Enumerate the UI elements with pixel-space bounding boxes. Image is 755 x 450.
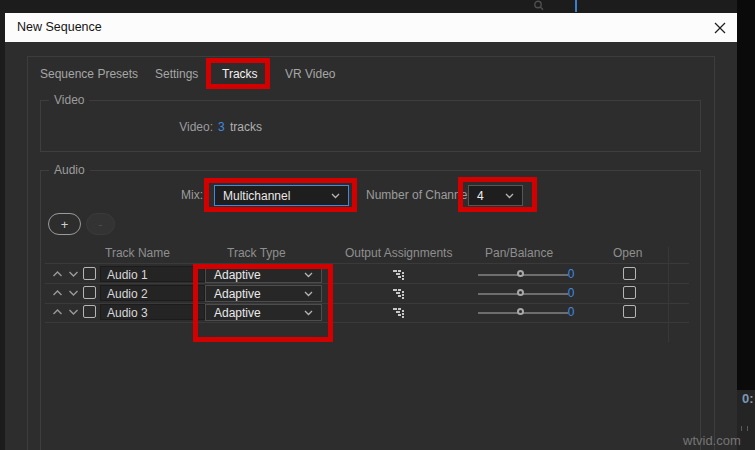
audio-group-legend: Audio [49,163,90,177]
screen: 0: wtvid.com New Sequence Sequence Prese… [0,0,755,450]
video-tracks-label: Video: [115,120,213,134]
tab-tracks[interactable]: Tracks [222,67,258,81]
table-row: Audio 3 Adaptive 0 [45,303,693,322]
dialog-title: New Sequence [17,20,102,34]
slider-knob[interactable] [517,270,524,277]
pan-balance-slider[interactable] [478,284,568,303]
track-type-dropdown[interactable]: Adaptive [205,266,322,283]
new-sequence-dialog: New Sequence Sequence Presets Settings T… [5,13,737,450]
slider-knob[interactable] [517,289,524,296]
pan-balance-slider[interactable] [478,265,568,284]
move-up-icon[interactable] [52,308,63,316]
row-separator [45,322,689,323]
output-assignments-icon[interactable] [393,268,405,280]
track-name-field[interactable]: Audio 2 [100,285,205,301]
active-tab-underline [221,84,261,86]
header-track-type: Track Type [227,246,286,260]
header-output-assignments: Output Assignments [345,246,452,260]
channels-dropdown[interactable]: 4 [468,185,523,206]
open-checkbox[interactable] [623,305,636,318]
dialog-titlebar: New Sequence [5,13,737,42]
move-down-icon[interactable] [68,308,79,316]
pan-value[interactable]: 0 [557,305,585,319]
add-track-button[interactable]: + [48,213,81,235]
pan-value[interactable]: 0 [557,286,585,300]
ruler-tick [741,426,742,431]
move-up-icon[interactable] [52,289,63,297]
remove-track-label: - [98,217,102,232]
search-icon [533,0,545,12]
watermark: wtvid.com [683,433,741,448]
chevron-down-icon [304,310,313,316]
table-row: Audio 1 Adaptive 0 [45,265,693,284]
row-separator [45,263,689,264]
video-tracks-value[interactable]: 3 [218,120,225,134]
video-group-legend: Video [49,93,89,107]
close-icon[interactable] [713,21,727,35]
mix-dropdown-value: Multichannel [223,189,331,203]
track-select-checkbox[interactable] [83,267,96,280]
track-table-header: Track Name Track Type Output Assignments… [45,246,693,260]
move-up-icon[interactable] [52,270,63,278]
track-type-dropdown[interactable]: Adaptive [205,285,322,302]
add-track-label: + [61,217,69,232]
open-checkbox[interactable] [623,286,636,299]
ruler-tick [747,426,748,431]
track-name-field[interactable]: Audio 1 [100,266,205,282]
move-down-icon[interactable] [68,289,79,297]
move-down-icon[interactable] [68,270,79,278]
slider-knob[interactable] [517,308,524,315]
table-row: Audio 2 Adaptive 0 [45,284,693,303]
track-type-value: Adaptive [214,268,304,282]
track-name-field[interactable]: Audio 3 [100,304,205,320]
open-checkbox[interactable] [623,267,636,280]
channels-label: Number of Channels: [366,188,479,202]
track-select-checkbox[interactable] [83,286,96,299]
chevron-down-icon [304,291,313,297]
mix-dropdown[interactable]: Multichannel [214,185,349,206]
track-type-value: Adaptive [214,306,304,320]
caret-line [575,0,577,12]
video-tracks-suffix: tracks [230,120,262,134]
pan-balance-slider[interactable] [478,303,568,322]
timecode-fragment: 0: [742,391,754,406]
chevron-down-icon [505,193,514,199]
track-type-dropdown[interactable]: Adaptive [205,304,322,321]
tab-vr-video[interactable]: VR Video [285,67,335,81]
channels-dropdown-value: 4 [477,189,505,203]
tab-settings[interactable]: Settings [155,67,198,81]
header-open: Open [613,246,642,260]
mix-label: Mix: [145,188,203,202]
output-assignments-icon[interactable] [393,287,405,299]
chevron-down-icon [331,193,340,199]
output-assignments-icon[interactable] [393,306,405,318]
track-type-value: Adaptive [214,287,304,301]
pan-value[interactable]: 0 [557,267,585,281]
remove-track-button[interactable]: - [86,213,115,235]
background-panel-edge [737,0,755,390]
tab-sequence-presets[interactable]: Sequence Presets [40,67,138,81]
chevron-down-icon [304,272,313,278]
header-pan-balance: Pan/Balance [485,246,553,260]
header-track-name: Track Name [105,246,170,260]
track-select-checkbox[interactable] [83,305,96,318]
